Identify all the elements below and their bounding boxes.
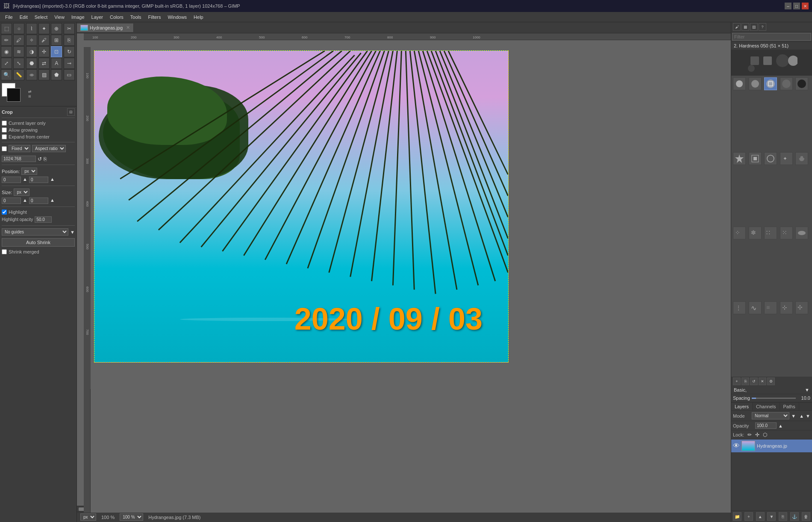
layer-up-icon[interactable]: ▲: [799, 413, 804, 419]
menu-help[interactable]: Help: [190, 14, 207, 21]
airbrush-tool[interactable]: ✧: [26, 35, 37, 46]
anchor-layer-icon[interactable]: ⚓: [790, 512, 799, 521]
status-unit-select[interactable]: px: [80, 513, 96, 521]
shear-tool[interactable]: ⤡: [13, 58, 24, 69]
lock-position-icon[interactable]: ✢: [755, 432, 759, 438]
move-tool[interactable]: ✢: [38, 46, 50, 57]
tool-options-menu[interactable]: ⊟: [67, 108, 75, 116]
perspective-tool[interactable]: ⬣: [26, 58, 37, 69]
lower-layer-icon[interactable]: ▼: [767, 512, 776, 521]
image-canvas[interactable]: 2020 / 09 / 03: [94, 50, 509, 363]
size-copy-icon[interactable]: ⎘: [44, 156, 47, 162]
brush-item-selected[interactable]: [764, 77, 777, 90]
foreground-color-swatch[interactable]: [7, 88, 21, 102]
measure-tool[interactable]: 📏: [13, 69, 24, 80]
paintbrush-tool[interactable]: ✏: [1, 35, 12, 46]
heal-tool[interactable]: ⊞: [51, 35, 62, 46]
new-layer-group-icon[interactable]: 📁: [733, 512, 741, 521]
dodge-burn-tool[interactable]: ◑: [26, 46, 37, 57]
menu-image[interactable]: Image: [68, 14, 88, 21]
fixed-type-select[interactable]: Fixed: [9, 145, 30, 152]
brush-item[interactable]: [795, 152, 808, 165]
size-h-input[interactable]: [29, 198, 48, 204]
brush-item[interactable]: [795, 227, 808, 239]
close-tab-icon[interactable]: ✕: [126, 25, 130, 30]
spacing-slider[interactable]: [752, 398, 796, 399]
shrink-merged-checkbox[interactable]: [2, 249, 7, 254]
rotate-tool[interactable]: ↻: [64, 46, 75, 57]
pencil-tool[interactable]: 🖊: [13, 35, 24, 46]
brush-item[interactable]: [749, 77, 762, 90]
brush-item[interactable]: [764, 152, 777, 165]
fill-tool[interactable]: ⬟: [51, 69, 62, 80]
zoom-tool[interactable]: 🔍: [1, 69, 12, 80]
layer-item[interactable]: 👁 Hydrangeas.jp: [731, 439, 812, 452]
size-h-spinner[interactable]: ▲: [50, 198, 55, 204]
delete-layer-icon[interactable]: 🗑: [802, 512, 810, 521]
brush-item[interactable]: ≡: [764, 301, 777, 314]
lock-alpha-icon[interactable]: ⬡: [763, 432, 767, 438]
highlight-checkbox[interactable]: [2, 209, 7, 215]
eraser-tool[interactable]: ▭: [64, 69, 75, 80]
brush-item[interactable]: [749, 152, 762, 165]
color-picker-tool[interactable]: ⊸: [64, 58, 75, 69]
zoom-select[interactable]: 100 %: [120, 513, 143, 521]
crop-tool[interactable]: ⊡: [51, 46, 62, 57]
help-icon[interactable]: ?: [759, 23, 766, 31]
ink-tool[interactable]: 🖋: [38, 35, 50, 46]
blur-tool[interactable]: ◉: [1, 46, 12, 57]
new-layer-icon[interactable]: +: [744, 512, 753, 521]
blend-mode-select[interactable]: Normal: [752, 412, 789, 419]
menu-filters[interactable]: Filters: [145, 14, 165, 21]
patterns-icon[interactable]: ▦: [741, 23, 749, 31]
paths-tab[interactable]: Paths: [780, 403, 799, 410]
size-unit-select[interactable]: px: [14, 189, 29, 196]
brush-item[interactable]: [780, 77, 793, 90]
brush-item[interactable]: ⁘: [733, 227, 746, 239]
layers-tab[interactable]: Layers: [731, 403, 753, 410]
select-by-color-tool[interactable]: ⊕: [51, 23, 62, 34]
position-y-spinner-up[interactable]: ▲: [50, 177, 55, 183]
free-select-tool[interactable]: ⌇: [26, 23, 37, 34]
scale-tool[interactable]: ⤢: [1, 58, 12, 69]
lock-pixels-icon[interactable]: ✏: [747, 432, 752, 438]
delete-brush-icon[interactable]: ✕: [759, 377, 766, 385]
brush-item[interactable]: ⁙: [780, 227, 793, 239]
expand-from-center-checkbox[interactable]: [2, 134, 7, 139]
flip-tool[interactable]: ⇄: [38, 58, 50, 69]
opacity-up-icon[interactable]: ▲: [778, 423, 783, 428]
menu-select[interactable]: Select: [31, 14, 51, 21]
gradients-icon[interactable]: ▨: [750, 23, 758, 31]
fuzzy-select-tool[interactable]: ✦: [38, 23, 50, 34]
new-brush-icon[interactable]: +: [733, 377, 741, 385]
brush-filter-input[interactable]: [732, 33, 811, 41]
refresh-brush-icon[interactable]: ↺: [750, 377, 758, 385]
duplicate-brush-icon[interactable]: ⎘: [741, 377, 749, 385]
rectangle-select-tool[interactable]: ⬚: [1, 23, 12, 34]
brush-item[interactable]: ✣: [795, 301, 808, 314]
brush-item[interactable]: ⋮: [733, 301, 746, 314]
position-x-spinner-up[interactable]: ▲: [23, 177, 27, 183]
current-layer-only-checkbox[interactable]: [2, 121, 7, 126]
allow-growing-checkbox[interactable]: [2, 127, 7, 133]
ellipse-select-tool[interactable]: ○: [13, 23, 24, 34]
fixed-checkbox[interactable]: [2, 146, 7, 151]
position-y-input[interactable]: [29, 177, 48, 183]
swap-colors-icon[interactable]: ⇄: [28, 89, 32, 94]
menu-edit[interactable]: Edit: [16, 14, 31, 21]
layer-down-icon[interactable]: ▼: [806, 413, 810, 419]
menu-layer[interactable]: Layer: [88, 14, 107, 21]
close-button[interactable]: ✕: [802, 3, 809, 9]
brush-item[interactable]: ∿: [749, 301, 762, 314]
gradient-tool[interactable]: ▨: [38, 69, 50, 80]
text-tool[interactable]: A: [51, 58, 62, 69]
channels-tab[interactable]: Channels: [753, 403, 780, 410]
menu-colors[interactable]: Colors: [106, 14, 127, 21]
image-tab[interactable]: Hydrangeas.jpg ✕: [77, 24, 134, 32]
menu-file[interactable]: File: [2, 14, 16, 21]
size-w-spinner[interactable]: ▲: [23, 198, 27, 204]
brush-item[interactable]: ✦: [780, 152, 793, 165]
smudge-tool[interactable]: ≋: [13, 46, 24, 57]
guides-select[interactable]: No guides Center lines Rule of thirds: [2, 228, 68, 236]
brush-item[interactable]: ✽: [749, 227, 762, 239]
